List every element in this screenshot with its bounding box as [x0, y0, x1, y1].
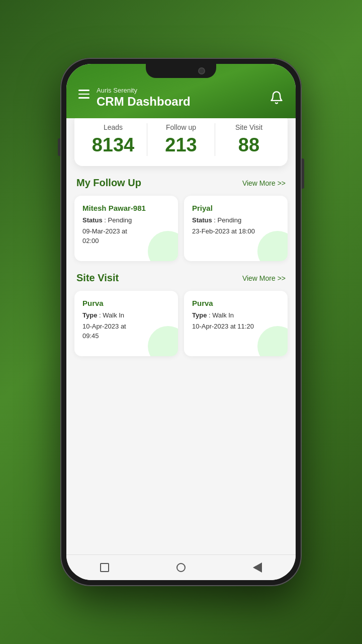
followup-value: 213 — [147, 134, 215, 156]
leads-label: Leads — [79, 123, 147, 131]
triangle-icon — [253, 562, 262, 573]
phone-screen: Auris Serenity CRM Dashboard TODAY Leads… — [66, 64, 296, 580]
nav-home-button[interactable] — [175, 562, 187, 573]
sitevisit-card-1[interactable]: Purva Type : Walk In 10-Apr-2023 at09:45 — [74, 291, 178, 356]
nav-square-button[interactable] — [99, 562, 110, 573]
today-card: TODAY Leads 8134 Follow up 213 Site Visi… — [74, 118, 288, 166]
header-title: CRM Dashboard — [97, 95, 191, 108]
sitevisit-card-1-name: Purva — [82, 299, 170, 307]
sitevisit-card-2-name: Purva — [192, 299, 280, 307]
stat-leads: Leads 8134 — [79, 123, 147, 156]
followup-view-more[interactable]: View More >> — [242, 179, 286, 187]
camera — [198, 67, 205, 74]
bottom-nav — [66, 554, 296, 580]
square-icon — [100, 563, 109, 572]
stats-row: Leads 8134 Follow up 213 Site Visit 88 — [79, 123, 283, 156]
bell-icon[interactable] — [269, 91, 284, 105]
sitevisit-view-more[interactable]: View More >> — [242, 274, 286, 282]
stat-sitevisit: Site Visit 88 — [215, 123, 283, 156]
main-content: TODAY Leads 8134 Follow up 213 Site Visi… — [66, 118, 296, 554]
followup-card-2-name: Priyal — [192, 204, 280, 212]
followup-section-header: My Follow Up View More >> — [66, 166, 296, 196]
sitevisit-section-header: Site Visit View More >> — [66, 261, 296, 291]
sitevisit-label: Site Visit — [215, 123, 283, 131]
phone-shell: Auris Serenity CRM Dashboard TODAY Leads… — [60, 58, 302, 586]
sitevisit-card-2-date: 10-Apr-2023 at 11:20 — [192, 322, 280, 331]
nav-back-button[interactable] — [252, 562, 263, 573]
followup-cards-grid: Mitesh Pawar-981 Status : Pending 09-Mar… — [66, 196, 296, 261]
sitevisit-card-2-type: Type : Walk In — [192, 311, 280, 319]
followup-card-2-date: 23-Feb-2023 at 18:00 — [192, 227, 280, 236]
followup-card-1-status: Status : Pending — [82, 216, 170, 224]
sitevisit-card-1-date: 10-Apr-2023 at09:45 — [82, 322, 170, 340]
followup-label: Follow up — [147, 123, 215, 131]
volume-button — [58, 138, 60, 156]
sitevisit-value: 88 — [215, 134, 283, 156]
sitevisit-section-title: Site Visit — [76, 272, 119, 284]
header-left: Auris Serenity CRM Dashboard — [78, 87, 191, 108]
stat-followup: Follow up 213 — [147, 123, 215, 156]
followup-card-1[interactable]: Mitesh Pawar-981 Status : Pending 09-Mar… — [74, 196, 178, 261]
followup-card-1-name: Mitesh Pawar-981 — [82, 204, 170, 212]
notch — [146, 64, 216, 78]
followup-card-1-date: 09-Mar-2023 at02:00 — [82, 227, 170, 245]
header-title-group: Auris Serenity CRM Dashboard — [97, 87, 191, 108]
followup-card-2-status: Status : Pending — [192, 216, 280, 224]
circle-icon — [176, 563, 186, 572]
leads-value: 8134 — [79, 134, 147, 156]
sitevisit-card-2[interactable]: Purva Type : Walk In 10-Apr-2023 at 11:2… — [184, 291, 288, 356]
sitevisit-cards-grid: Purva Type : Walk In 10-Apr-2023 at09:45… — [66, 291, 296, 356]
menu-icon[interactable] — [78, 90, 89, 99]
sitevisit-card-1-type: Type : Walk In — [82, 311, 170, 319]
header-subtitle: Auris Serenity — [97, 87, 191, 94]
followup-card-2[interactable]: Priyal Status : Pending 23-Feb-2023 at 1… — [184, 196, 288, 261]
power-button — [302, 158, 304, 189]
followup-section-title: My Follow Up — [76, 177, 141, 189]
